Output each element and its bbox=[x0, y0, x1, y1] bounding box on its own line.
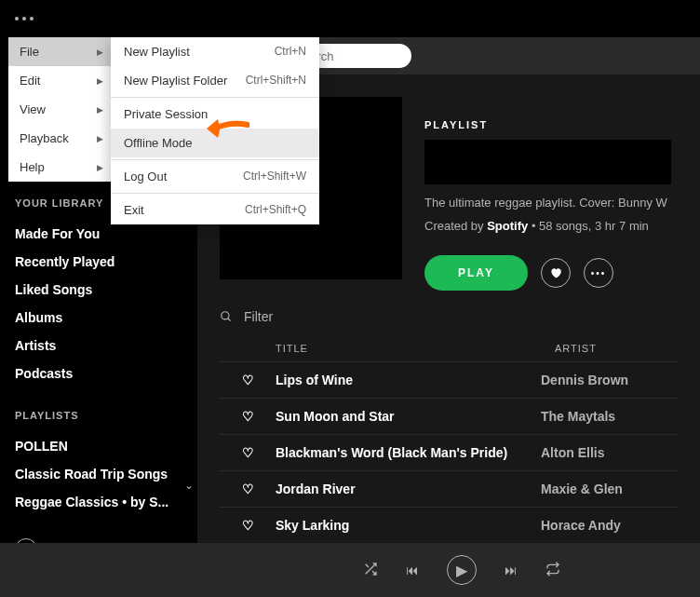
sidebar-item[interactable]: Recently Played bbox=[15, 248, 182, 276]
play-pause-button[interactable]: ▶ bbox=[447, 555, 477, 585]
playlist-description: The ultimate reggae playlist. Cover: Bun… bbox=[424, 196, 671, 210]
menubar-item[interactable]: Playback▶ bbox=[8, 124, 111, 153]
column-title[interactable]: TITLE bbox=[276, 343, 555, 354]
sidebar-item[interactable]: Albums bbox=[15, 304, 182, 332]
track-row[interactable]: ♡Lips of WineDennis Brown bbox=[220, 361, 678, 398]
menubar-item[interactable]: Edit▶ bbox=[8, 66, 111, 95]
prev-button[interactable]: ⏮ bbox=[406, 563, 419, 577]
playlist-meta: Created by Spotify • 58 songs, 3 hr 7 mi… bbox=[424, 219, 671, 233]
shuffle-icon bbox=[363, 562, 378, 577]
file-menu: New PlaylistCtrl+NNew Playlist FolderCtr… bbox=[111, 37, 319, 224]
sidebar-item[interactable]: Artists bbox=[15, 332, 182, 360]
filter-label: Filter bbox=[244, 309, 273, 324]
track-title: Blackman's Word (Black Man's Pride) bbox=[276, 445, 541, 460]
like-track-button[interactable]: ♡ bbox=[220, 518, 276, 533]
sidebar-playlist-item[interactable]: Reggae Classics • by S... bbox=[15, 488, 182, 516]
menubar-item[interactable]: File▶ bbox=[8, 37, 111, 66]
menubar-menu: File▶Edit▶View▶Playback▶Help▶ bbox=[8, 37, 111, 182]
menu-item[interactable]: New PlaylistCtrl+N bbox=[111, 37, 319, 66]
track-row[interactable]: ♡Sun Moon and StarThe Maytals bbox=[220, 398, 678, 434]
heart-icon bbox=[549, 266, 562, 279]
playlist-title bbox=[424, 140, 671, 184]
filter-row[interactable]: Filter bbox=[220, 309, 678, 324]
menu-item[interactable]: Log OutCtrl+Shift+W bbox=[111, 162, 319, 191]
track-row[interactable]: ♡Sky LarkingHorace Andy bbox=[220, 507, 678, 543]
like-track-button[interactable]: ♡ bbox=[220, 445, 276, 460]
menu-item[interactable]: Offline Mode bbox=[111, 129, 319, 157]
svg-line-3 bbox=[228, 319, 231, 321]
shuffle-button[interactable] bbox=[363, 562, 378, 579]
track-row[interactable]: ♡Blackman's Word (Black Man's Pride)Alto… bbox=[220, 434, 678, 470]
track-artist[interactable]: Maxie & Glen bbox=[541, 482, 623, 496]
submenu-arrow-icon: ▶ bbox=[97, 134, 103, 143]
track-artist[interactable]: Horace Andy bbox=[541, 518, 621, 533]
column-artist[interactable]: ARTIST bbox=[555, 343, 597, 354]
track-title: Sun Moon and Star bbox=[276, 409, 541, 424]
sidebar-playlist-item[interactable]: POLLEN bbox=[15, 432, 182, 460]
like-track-button[interactable]: ♡ bbox=[220, 373, 276, 387]
track-row[interactable]: ♡Jordan RiverMaxie & Glen bbox=[220, 470, 678, 507]
sidebar-item[interactable]: Podcasts bbox=[15, 360, 182, 387]
more-icon[interactable] bbox=[15, 17, 34, 20]
play-button[interactable]: PLAY bbox=[424, 255, 528, 291]
track-title: Jordan River bbox=[276, 482, 541, 496]
like-track-button[interactable]: ♡ bbox=[220, 482, 276, 496]
repeat-icon bbox=[545, 562, 560, 577]
next-button[interactable]: ⏭ bbox=[505, 563, 518, 577]
submenu-arrow-icon: ▶ bbox=[97, 76, 103, 86]
sidebar-playlist-item[interactable]: Classic Road Trip Songs bbox=[15, 460, 182, 488]
menubar-item[interactable]: Help▶ bbox=[8, 153, 111, 182]
playlists-label: PLAYLISTS bbox=[15, 410, 182, 421]
chevron-down-icon[interactable]: ⌄ bbox=[184, 479, 194, 492]
menu-item[interactable]: Private Session bbox=[111, 100, 319, 129]
titlebar bbox=[0, 0, 700, 37]
table-header: TITLE ARTIST bbox=[220, 343, 678, 361]
track-artist[interactable]: Dennis Brown bbox=[541, 373, 628, 387]
search-icon bbox=[220, 310, 233, 323]
menu-item[interactable]: New Playlist FolderCtrl+Shift+N bbox=[111, 66, 319, 95]
submenu-arrow-icon: ▶ bbox=[97, 105, 103, 115]
more-button[interactable]: ••• bbox=[584, 258, 613, 288]
like-button[interactable] bbox=[541, 258, 571, 288]
repeat-button[interactable] bbox=[545, 562, 560, 579]
menubar-item[interactable]: View▶ bbox=[8, 95, 111, 124]
track-title: Sky Larking bbox=[276, 518, 541, 533]
svg-point-2 bbox=[222, 312, 229, 319]
dots-icon: ••• bbox=[591, 268, 607, 278]
play-icon: ▶ bbox=[456, 562, 467, 579]
submenu-arrow-icon: ▶ bbox=[97, 163, 103, 172]
menu-item[interactable]: ExitCtrl+Shift+Q bbox=[111, 196, 319, 224]
player-bar: ⏮ ▶ ⏭ bbox=[0, 543, 700, 597]
track-title: Lips of Wine bbox=[276, 373, 541, 387]
track-artist[interactable]: Alton Ellis bbox=[541, 445, 604, 460]
like-track-button[interactable]: ♡ bbox=[220, 409, 276, 424]
submenu-arrow-icon: ▶ bbox=[97, 47, 103, 57]
track-artist[interactable]: The Maytals bbox=[541, 409, 615, 424]
sidebar-item[interactable]: Liked Songs bbox=[15, 276, 182, 304]
playlist-type-label: PLAYLIST bbox=[424, 119, 671, 130]
